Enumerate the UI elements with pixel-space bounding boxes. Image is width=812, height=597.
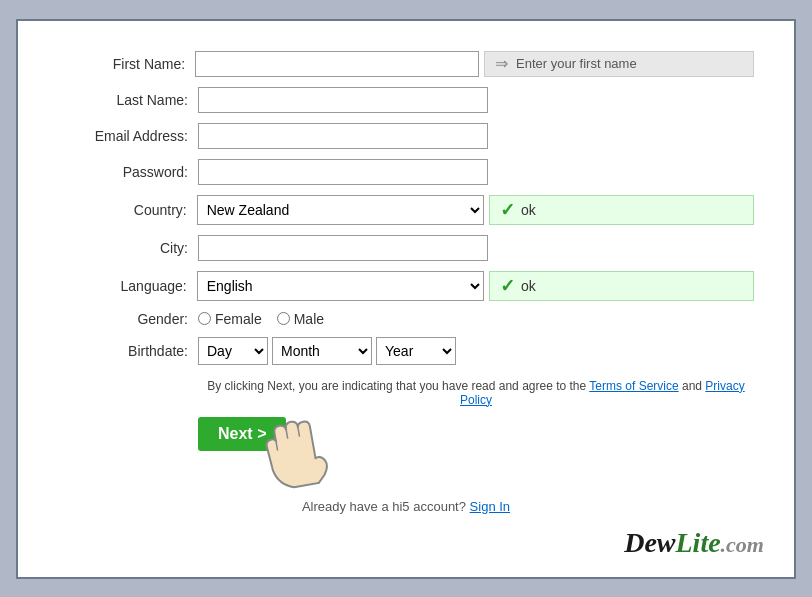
country-select[interactable]: New Zealand Australia United States Unit… [197, 195, 484, 225]
birthdate-row: Birthdate: Day 12345 678910 1112131415 1… [58, 337, 754, 365]
lite-text: Lite [676, 527, 721, 558]
female-label: Female [215, 311, 262, 327]
terms-row: By clicking Next, you are indicating tha… [58, 379, 754, 407]
svg-line-0 [286, 430, 287, 438]
password-row: Password: [58, 159, 754, 185]
password-label: Password: [58, 164, 198, 180]
first-name-input[interactable] [195, 51, 479, 77]
email-input[interactable] [198, 123, 488, 149]
country-ok-box: ✓ ok [489, 195, 754, 225]
language-row: Language: English French Spanish German … [58, 271, 754, 301]
first-name-tooltip: ⇒ Enter your first name [484, 51, 754, 77]
last-name-label: Last Name: [58, 92, 198, 108]
first-name-row: First Name: ⇒ Enter your first name [58, 51, 754, 77]
language-label: Language: [58, 278, 197, 294]
city-input[interactable] [198, 235, 488, 261]
birthdate-label: Birthdate: [58, 343, 198, 359]
already-text: Already have a hi5 account? [302, 499, 466, 514]
year-select[interactable]: Year 2006200520042000 1999199519901985 1… [376, 337, 456, 365]
country-label: Country: [58, 202, 197, 218]
last-name-input[interactable] [198, 87, 488, 113]
birthdate-selects: Day 12345 678910 1112131415 1617181920 2… [198, 337, 456, 365]
tooltip-text: Enter your first name [516, 56, 637, 71]
gender-row: Gender: Female Male [58, 311, 754, 327]
dot-com-text: .com [721, 532, 764, 557]
male-label: Male [294, 311, 324, 327]
month-select[interactable]: Month JanuaryFebruaryMarch AprilMayJune … [272, 337, 372, 365]
male-radio[interactable] [277, 312, 290, 325]
tooltip-arrow-icon: ⇒ [495, 54, 508, 73]
next-area: Next > [58, 417, 754, 451]
dewlite-logo: DewLite.com [624, 527, 764, 559]
female-radio[interactable] [198, 312, 211, 325]
gender-options: Female Male [198, 311, 324, 327]
email-row: Email Address: [58, 123, 754, 149]
city-label: City: [58, 240, 198, 256]
dew-text: Dew [624, 527, 675, 558]
language-ok-text: ok [521, 278, 536, 294]
registration-form: First Name: ⇒ Enter your first name Last… [16, 19, 796, 579]
svg-line-1 [298, 426, 300, 436]
country-ok-text: ok [521, 202, 536, 218]
next-button[interactable]: Next > [198, 417, 286, 451]
terms-link[interactable]: Terms of Service [589, 379, 678, 393]
language-select[interactable]: English French Spanish German Chinese [197, 271, 484, 301]
gender-label: Gender: [58, 311, 198, 327]
country-row: Country: New Zealand Australia United St… [58, 195, 754, 225]
terms-and: and [679, 379, 706, 393]
first-name-label: First Name: [58, 56, 195, 72]
email-label: Email Address: [58, 128, 198, 144]
sign-in-link[interactable]: Sign In [470, 499, 510, 514]
day-select[interactable]: Day 12345 678910 1112131415 1617181920 2… [198, 337, 268, 365]
last-name-row: Last Name: [58, 87, 754, 113]
country-check-icon: ✓ [500, 199, 515, 221]
language-check-icon: ✓ [500, 275, 515, 297]
password-input[interactable] [198, 159, 488, 185]
terms-prefix: By clicking Next, you are indicating tha… [207, 379, 589, 393]
male-option[interactable]: Male [277, 311, 324, 327]
city-row: City: [58, 235, 754, 261]
female-option[interactable]: Female [198, 311, 262, 327]
language-ok-box: ✓ ok [489, 271, 754, 301]
already-row: Already have a hi5 account? Sign In [58, 491, 754, 514]
